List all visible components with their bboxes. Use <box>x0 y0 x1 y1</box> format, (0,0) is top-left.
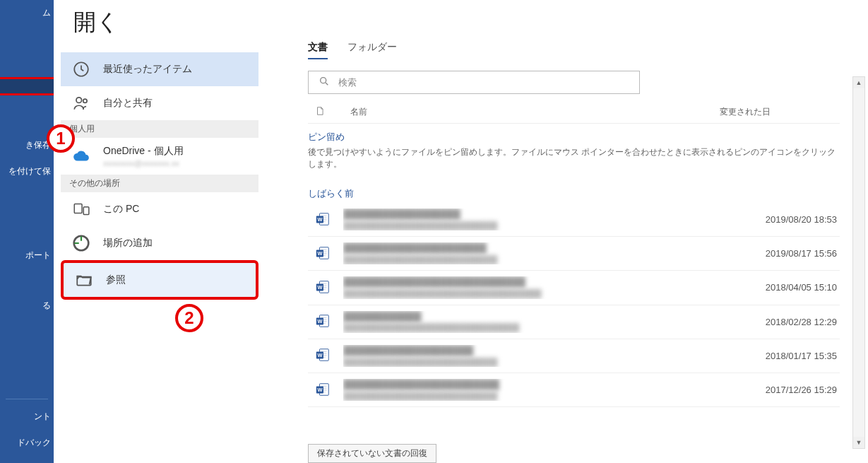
file-name: ██████████████████████ <box>343 242 756 254</box>
page-title: 開く <box>54 0 280 52</box>
pinned-section-desc: 後で見つけやすいようにファイルをピン留めします。ファイルにマウス ポインターを合… <box>308 146 840 170</box>
word-document-icon: W <box>315 382 332 399</box>
file-row[interactable]: W ██████████████████████████████████████… <box>308 271 840 305</box>
file-path: ████████████████████████████ <box>343 391 756 401</box>
word-document-icon: W <box>315 347 332 364</box>
file-path: ████████████████████████████████████ <box>343 288 756 298</box>
columns-header: 名前 変更された日 <box>308 101 840 124</box>
file-row[interactable]: W ██████████████████████████████████████… <box>308 339 840 373</box>
pinned-section-label: ピン留め <box>308 131 840 143</box>
search-placeholder: 検索 <box>338 76 357 89</box>
svg-rect-3 <box>74 204 82 213</box>
navrail-item-open[interactable] <box>0 77 56 95</box>
vertical-scrollbar[interactable]: ▲ ▼ <box>852 76 865 449</box>
svg-text:W: W <box>317 387 322 393</box>
file-row[interactable]: W ██████████████████████████████████████… <box>308 237 840 271</box>
cloud-icon <box>69 146 93 166</box>
file-path: ████████████████████████████ <box>343 357 756 367</box>
navrail-item-close[interactable]: る <box>0 293 54 319</box>
backstage-navrail: ム き保存 を付けて保 ポート る ント ドバック <box>0 0 54 463</box>
column-modified[interactable]: 変更された日 <box>720 106 833 118</box>
file-modified-date: 2018/04/05 15:10 <box>766 282 837 293</box>
file-row[interactable]: W ██████████████████████████████████████… <box>308 305 840 339</box>
svg-point-2 <box>83 99 87 102</box>
navrail-item-overwrite-save[interactable]: き保存 <box>0 132 54 158</box>
svg-point-1 <box>76 98 82 103</box>
file-modified-date: 2018/02/28 12:29 <box>766 317 837 327</box>
file-modified-date: 2018/01/17 15:35 <box>766 351 837 361</box>
file-icon-header <box>315 105 325 119</box>
location-label: OneDrive - 個人用 xxxxxxxx@xxxxxxx.xx <box>103 145 184 168</box>
locations-panel: 開く 最近使ったアイテム 自分と共有 個人用 OneDr <box>54 0 280 463</box>
main-content: 文書 フォルダー 検索 名前 変更された日 ピン留め 後で見つけやすいようにファ… <box>280 0 868 463</box>
file-path: ████████████████████████████ <box>343 254 756 264</box>
annotation-2: 2 <box>175 304 203 332</box>
location-recent[interactable]: 最近使ったアイテム <box>61 52 258 86</box>
location-label: 参照 <box>106 274 126 286</box>
search-input[interactable]: 検索 <box>308 71 640 94</box>
svg-rect-4 <box>83 207 89 215</box>
file-name: ██████████████████ <box>343 209 756 221</box>
navrail-item-account[interactable]: ント <box>0 404 54 430</box>
location-this-pc[interactable]: この PC <box>61 192 258 226</box>
content-tabs: 文書 フォルダー <box>308 41 840 59</box>
annotation-1: 1 <box>47 124 75 153</box>
tab-folders[interactable]: フォルダー <box>347 41 397 59</box>
svg-text:W: W <box>317 216 322 223</box>
scroll-up-arrow[interactable]: ▲ <box>853 77 864 88</box>
location-browse[interactable]: 参照 <box>61 260 258 300</box>
navrail-item-export[interactable]: ポート <box>0 242 54 269</box>
file-name: ████████████████████████ <box>343 379 756 391</box>
tab-documents[interactable]: 文書 <box>308 41 328 59</box>
onedrive-account: xxxxxxxx@xxxxxxx.xx <box>103 159 184 168</box>
file-modified-date: 2017/12/26 15:29 <box>766 385 837 395</box>
location-shared[interactable]: 自分と共有 <box>61 86 258 120</box>
location-onedrive[interactable]: OneDrive - 個人用 xxxxxxxx@xxxxxxx.xx <box>61 138 258 175</box>
word-document-icon: W <box>315 313 332 330</box>
svg-text:W: W <box>317 318 322 324</box>
svg-text:W: W <box>317 284 322 291</box>
location-label: 自分と共有 <box>103 97 153 110</box>
file-name: ████████████ <box>343 311 756 323</box>
svg-point-6 <box>321 78 326 83</box>
location-label: この PC <box>103 203 139 216</box>
navrail-item-save-as[interactable]: を付けて保 <box>0 158 54 184</box>
file-name: ████████████████████████████ <box>343 276 756 288</box>
add-location-icon <box>69 233 93 253</box>
location-add-place[interactable]: 場所の追加 <box>61 226 258 260</box>
scroll-down-arrow[interactable]: ▼ <box>853 437 864 448</box>
recent-section-label: しばらく前 <box>308 187 840 200</box>
column-name[interactable]: 名前 <box>350 106 720 118</box>
file-list: W ██████████████████████████████████████… <box>308 203 840 407</box>
folder-open-icon <box>72 270 96 290</box>
word-document-icon: W <box>315 245 332 262</box>
navrail-item-feedback[interactable]: ドバック <box>0 430 54 456</box>
people-icon <box>69 93 93 113</box>
recover-unsaved-button[interactable]: 保存されていない文書の回復 <box>308 444 436 463</box>
word-document-icon: W <box>315 279 332 296</box>
location-group-other: その他の場所 <box>61 175 258 192</box>
search-icon <box>319 76 330 89</box>
svg-text:W: W <box>317 353 322 359</box>
file-modified-date: 2019/08/20 18:53 <box>766 214 837 225</box>
location-label: 最近使ったアイテム <box>103 63 192 76</box>
file-row[interactable]: W ██████████████████████████████████████… <box>308 373 840 407</box>
location-label: 場所の追加 <box>103 237 153 250</box>
file-path: ████████████████████████████ <box>343 221 756 230</box>
scroll-track[interactable] <box>853 88 864 437</box>
file-modified-date: 2019/08/17 15:56 <box>766 248 837 259</box>
file-row[interactable]: W ██████████████████████████████████████… <box>308 203 840 237</box>
clock-icon <box>69 59 93 79</box>
navrail-item[interactable]: ム <box>0 0 54 26</box>
word-document-icon: W <box>315 211 332 228</box>
svg-text:W: W <box>317 250 322 257</box>
file-path: ████████████████████████████████ <box>343 322 756 332</box>
pc-icon <box>69 199 93 219</box>
file-name: ████████████████████ <box>343 345 756 357</box>
location-group-personal: 個人用 <box>61 120 258 138</box>
